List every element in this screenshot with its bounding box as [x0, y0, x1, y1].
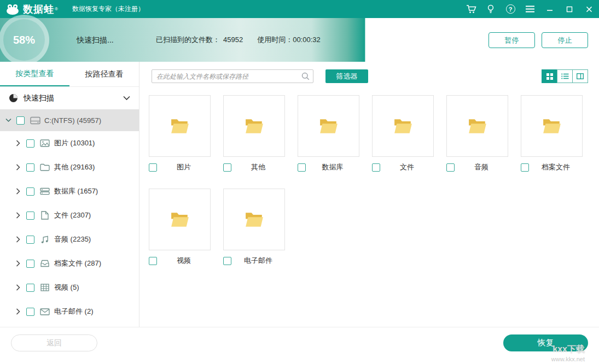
- checkbox[interactable]: [26, 284, 34, 292]
- pie-chart-icon: [9, 93, 18, 103]
- folder-tile[interactable]: [149, 95, 211, 157]
- sidebar-item-archives[interactable]: 档案文件 (287): [0, 251, 139, 275]
- sidebar-item-others[interactable]: 其他 (29163): [0, 155, 139, 179]
- app-name: 数据蛙: [23, 3, 54, 16]
- checkbox[interactable]: [26, 187, 34, 196]
- folder-card-pictures: 图片: [149, 95, 211, 172]
- grid-view-icon[interactable]: [542, 69, 557, 83]
- checkbox[interactable]: [26, 260, 34, 268]
- folder-card-video: 视频: [149, 189, 211, 266]
- chevron-right-icon[interactable]: [14, 260, 22, 267]
- checkbox[interactable]: [372, 163, 380, 172]
- time-used-value: 00:00:32: [293, 36, 321, 44]
- files-scanned-count: 45952: [223, 36, 243, 44]
- close-icon[interactable]: [579, 0, 599, 18]
- minimize-icon[interactable]: [540, 0, 560, 18]
- sidebar-item-audio[interactable]: 音频 (2235): [0, 227, 139, 251]
- titlebar-actions: ?: [461, 0, 599, 18]
- folder-icon: [468, 118, 487, 135]
- search-icon[interactable]: [301, 72, 310, 83]
- stop-button[interactable]: 停止: [542, 32, 588, 48]
- view-mode-toggle: [542, 69, 588, 83]
- folder-card-email: 电子邮件: [223, 189, 285, 266]
- checkbox[interactable]: [26, 212, 34, 220]
- scan-status-text: 快速扫描...: [77, 18, 114, 62]
- checkbox[interactable]: [223, 163, 231, 172]
- folder-tile[interactable]: [223, 95, 285, 157]
- folder-icon: [245, 211, 264, 228]
- checkbox[interactable]: [223, 257, 231, 265]
- sidebar-item-video[interactable]: 视频 (5): [0, 275, 139, 300]
- folder-label: 电子邮件: [231, 256, 285, 266]
- chevron-right-icon[interactable]: [14, 308, 22, 315]
- chevron-right-icon[interactable]: [14, 284, 22, 291]
- tab-view-by-path[interactable]: 按路径查看: [69, 62, 139, 86]
- back-button[interactable]: 返回: [11, 334, 97, 351]
- folder-tile[interactable]: [372, 95, 434, 157]
- archive-icon: [39, 260, 51, 267]
- checkbox[interactable]: [521, 163, 529, 172]
- checkbox[interactable]: [26, 308, 34, 316]
- sidebar-item-label: 音频 (2235): [54, 234, 91, 244]
- sidebar-item-label: 视频 (5): [54, 283, 79, 292]
- chevron-down-icon[interactable]: [123, 96, 130, 101]
- sidebar-item-pictures[interactable]: 图片 (10301): [0, 131, 139, 155]
- chevron-right-icon[interactable]: [14, 212, 22, 219]
- folder-tile[interactable]: [521, 95, 583, 157]
- checkbox[interactable]: [16, 116, 25, 125]
- database-icon: [39, 187, 51, 195]
- audio-icon: [39, 236, 51, 244]
- scan-mode-selector[interactable]: 快速扫描: [0, 87, 139, 109]
- chevron-right-icon[interactable]: [14, 236, 22, 243]
- tab-view-by-type[interactable]: 按类型查看: [0, 62, 69, 86]
- checkbox[interactable]: [26, 163, 34, 172]
- folder-icon: [245, 118, 264, 135]
- bulb-icon[interactable]: [481, 0, 501, 18]
- list-view-icon[interactable]: [557, 69, 573, 83]
- sidebar-item-label: 电子邮件 (2): [54, 307, 94, 316]
- checkbox[interactable]: [26, 236, 34, 244]
- scan-mode-label: 快速扫描: [24, 93, 54, 103]
- chevron-right-icon[interactable]: [14, 140, 22, 146]
- sidebar-item-label: 数据库 (1657): [54, 186, 98, 196]
- checkbox[interactable]: [26, 139, 34, 148]
- chevron-right-icon[interactable]: [14, 188, 22, 195]
- help-icon[interactable]: ?: [501, 0, 520, 18]
- app-subtitle: 数据恢复专家（未注册）: [72, 4, 144, 14]
- folder-card-archives: 档案文件: [521, 95, 583, 172]
- sidebar-item-files[interactable]: 文件 (2307): [0, 203, 139, 227]
- folder-tile[interactable]: [446, 95, 508, 157]
- help-glyph: ?: [506, 4, 515, 14]
- trademark-mark: ®: [55, 7, 58, 11]
- folder-tile[interactable]: [298, 95, 359, 157]
- file-icon: [39, 211, 51, 220]
- folder-tile[interactable]: [223, 189, 285, 250]
- checkbox[interactable]: [149, 163, 157, 172]
- pause-button[interactable]: 暂停: [488, 32, 535, 48]
- cart-icon[interactable]: [461, 0, 481, 18]
- checkbox[interactable]: [298, 163, 306, 172]
- sidebar: 按类型查看 按路径查看 快速扫描 C:(NTFS) (45957): [0, 62, 139, 327]
- folder-label: 音频: [455, 162, 508, 172]
- sidebar-item-drive-c[interactable]: C:(NTFS) (45957): [0, 109, 139, 131]
- search-input[interactable]: [152, 69, 313, 83]
- column-view-icon[interactable]: [572, 69, 588, 83]
- maximize-icon[interactable]: [560, 0, 579, 18]
- chevron-down-icon[interactable]: [4, 118, 12, 122]
- checkbox[interactable]: [446, 163, 455, 172]
- sidebar-item-email[interactable]: 电子邮件 (2): [0, 300, 139, 324]
- folder-label: 文件: [380, 162, 434, 172]
- recover-button[interactable]: 恢复: [503, 334, 588, 351]
- folder-icon: [393, 118, 413, 135]
- folder-tile[interactable]: [149, 189, 211, 250]
- folder-grid: 图片 其他 数据库: [149, 95, 597, 266]
- chevron-right-icon[interactable]: [14, 164, 22, 171]
- checkbox[interactable]: [149, 257, 157, 265]
- frog-logo-icon: [5, 4, 20, 15]
- menu-icon[interactable]: [520, 0, 540, 18]
- progress-percent: 58%: [13, 34, 35, 46]
- sidebar-item-database[interactable]: 数据库 (1657): [0, 179, 139, 203]
- filter-button[interactable]: 筛选器: [325, 69, 368, 83]
- disk-icon: [29, 116, 41, 125]
- sidebar-item-label: 其他 (29163): [54, 162, 95, 172]
